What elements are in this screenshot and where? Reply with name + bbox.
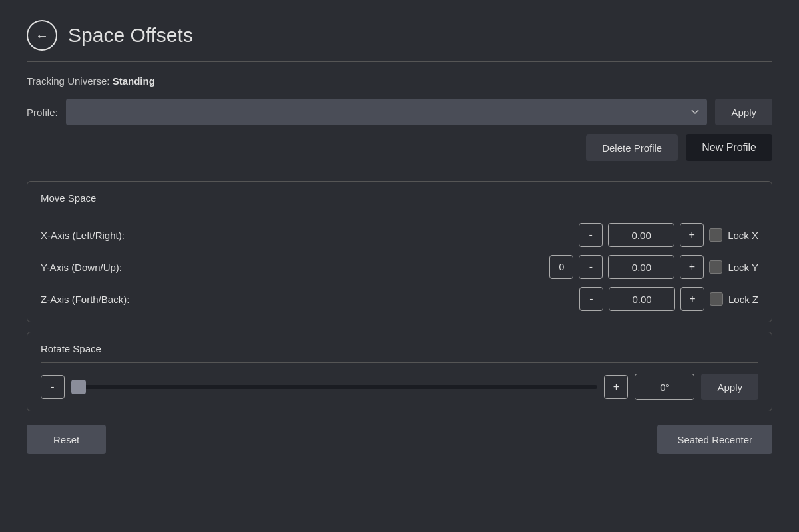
new-profile-button[interactable]: New Profile — [686, 134, 772, 161]
x-axis-input[interactable] — [608, 223, 674, 247]
tracking-label: Tracking Universe: — [27, 75, 109, 87]
x-axis-plus-button[interactable]: + — [680, 223, 704, 247]
move-space-section: Move Space X-Axis (Left/Right): - + Lock… — [27, 181, 772, 322]
z-axis-plus-button[interactable]: + — [680, 287, 704, 311]
rotate-minus-button[interactable]: - — [41, 375, 65, 399]
x-axis-lock-checkbox[interactable] — [709, 228, 722, 242]
rotate-space-title: Rotate Space — [41, 343, 758, 354]
profile-actions: Delete Profile New Profile — [27, 134, 772, 161]
rotate-space-section: Rotate Space - + Apply — [27, 332, 772, 411]
move-space-divider — [41, 212, 758, 212]
rotate-plus-button[interactable]: + — [604, 375, 628, 399]
tracking-value: Standing — [113, 75, 155, 87]
delete-profile-button[interactable]: Delete Profile — [586, 134, 678, 161]
y-axis-row: Y-Axis (Down/Up): 0 - + Lock Y — [41, 255, 758, 279]
z-axis-lock-checkbox[interactable] — [710, 292, 723, 306]
x-axis-minus-button[interactable]: - — [579, 223, 603, 247]
page-title: Space Offsets — [68, 24, 193, 47]
rotate-row: - + Apply — [41, 374, 758, 400]
x-axis-row: X-Axis (Left/Right): - + Lock X — [41, 223, 758, 247]
rotation-slider[interactable] — [71, 385, 597, 389]
move-space-title: Move Space — [41, 192, 758, 204]
y-axis-label: Y-Axis (Down/Up): — [41, 262, 174, 273]
seated-recenter-button[interactable]: Seated Recenter — [657, 425, 772, 454]
rotate-apply-button[interactable]: Apply — [701, 374, 758, 400]
z-axis-input[interactable] — [609, 287, 675, 311]
degree-input[interactable] — [635, 374, 694, 400]
z-axis-label: Z-Axis (Forth/Back): — [41, 294, 174, 305]
slider-container — [71, 375, 597, 399]
y-axis-minus-button[interactable]: - — [579, 255, 603, 279]
x-axis-lock-label: Lock X — [728, 230, 758, 241]
x-axis-label: X-Axis (Left/Right): — [41, 230, 174, 241]
z-axis-minus-button[interactable]: - — [579, 287, 603, 311]
z-axis-lock-label: Lock Z — [728, 294, 758, 305]
y-axis-lock-label: Lock Y — [728, 262, 758, 273]
z-axis-row: Z-Axis (Forth/Back): - + Lock Z — [41, 287, 758, 311]
header-divider — [27, 61, 772, 62]
bottom-actions: Reset Seated Recenter — [27, 425, 772, 454]
profile-select[interactable] — [66, 99, 708, 125]
header: ← Space Offsets — [27, 20, 772, 51]
y-axis-input[interactable] — [608, 255, 674, 279]
y-axis-lock-checkbox[interactable] — [709, 260, 722, 274]
profile-apply-button[interactable]: Apply — [715, 99, 772, 125]
tracking-universe: Tracking Universe: Standing — [27, 75, 772, 87]
reset-button[interactable]: Reset — [27, 425, 106, 454]
y-axis-plus-button[interactable]: + — [680, 255, 704, 279]
rotate-space-divider — [41, 362, 758, 363]
profile-label: Profile: — [27, 107, 58, 118]
profile-row: Profile: Apply — [27, 99, 772, 125]
y-axis-zero-button[interactable]: 0 — [549, 255, 573, 279]
back-icon: ← — [35, 28, 49, 43]
back-button[interactable]: ← — [27, 20, 57, 51]
